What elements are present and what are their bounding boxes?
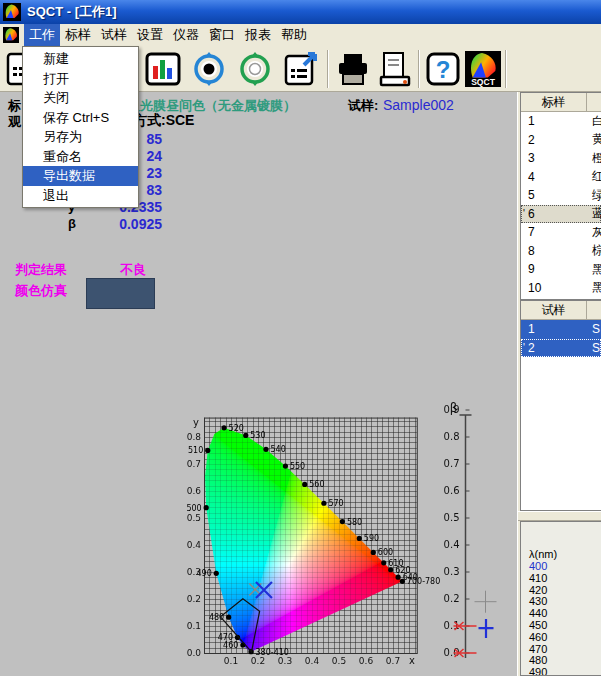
dropdown-menu-item[interactable]: 退出 bbox=[23, 186, 138, 206]
sqct-window: SQCT - [工作1] 工作标样试样设置仪器窗口报表帮助 bbox=[0, 0, 601, 676]
sample-row-name: S bbox=[592, 322, 600, 336]
menu-bar: 工作标样试样设置仪器窗口报表帮助 bbox=[0, 24, 601, 46]
print-preview-button[interactable] bbox=[374, 50, 416, 88]
beta-value-label: β bbox=[68, 216, 76, 231]
value-number: 0.0925 bbox=[42, 216, 162, 232]
standard-row-name: 绿 bbox=[592, 187, 601, 204]
standard-row-number: 2 bbox=[528, 133, 587, 147]
wavelength-section: λ(nm) 400410420430440450460470480490 bbox=[520, 521, 601, 676]
standard-row-number: 10 bbox=[528, 281, 587, 295]
app-logo-icon bbox=[3, 3, 21, 21]
sample-column-header[interactable]: 试样 bbox=[521, 301, 587, 319]
wavelength-value: 450 bbox=[529, 620, 547, 632]
svg-text:?: ? bbox=[436, 56, 451, 83]
menu-item[interactable]: 仪器 bbox=[168, 24, 204, 46]
menu-item[interactable]: 试样 bbox=[96, 24, 132, 46]
standard-row-name: 灰 bbox=[592, 224, 601, 241]
sample-rows: 1 S ' 2 S bbox=[521, 320, 601, 357]
standard-row[interactable]: 3 橙 bbox=[521, 149, 601, 168]
chart-view-button[interactable] bbox=[142, 50, 184, 88]
help-icon: ? bbox=[424, 51, 462, 87]
panel-splitter[interactable] bbox=[518, 511, 601, 521]
dropdown-menu-item[interactable]: 保存 Ctrl+S bbox=[23, 108, 138, 128]
sample-row-name: S bbox=[592, 341, 600, 355]
standard-row[interactable]: 10 黑 bbox=[521, 279, 601, 298]
observe-row-clipped-label: 观 bbox=[8, 113, 21, 131]
standard-list-section: 标样 1 白 2 黄 bbox=[520, 92, 601, 300]
standard-target-icon bbox=[190, 51, 228, 87]
report-export-icon bbox=[282, 51, 320, 87]
bar-chart-icon bbox=[144, 51, 182, 87]
wavelength-value: 460 bbox=[529, 632, 547, 644]
standard-row[interactable]: 8 棕 bbox=[521, 242, 601, 261]
standard-row-name: 白 bbox=[592, 113, 601, 130]
wavelength-header: λ(nm) bbox=[529, 548, 557, 560]
standard-measure-button[interactable] bbox=[188, 50, 230, 88]
standard-row-number: 6 bbox=[528, 207, 587, 221]
sample-label: 试样: bbox=[348, 97, 378, 115]
dropdown-menu-item[interactable]: 新建 bbox=[23, 49, 138, 69]
standard-row-number: 5 bbox=[528, 188, 587, 202]
dropdown-menu-item[interactable]: 导出数据 bbox=[23, 166, 138, 186]
sample-row[interactable]: 1 S bbox=[521, 320, 601, 339]
menu-item[interactable]: 报表 bbox=[240, 24, 276, 46]
current-row-marker: ' bbox=[521, 208, 528, 219]
standard-row-number: 1 bbox=[528, 114, 587, 128]
sample-list-header: 试样 bbox=[521, 301, 601, 320]
sample-list-section: 试样 1 S ' 2 S bbox=[520, 300, 601, 511]
menu-item[interactable]: 工作 bbox=[24, 24, 60, 46]
standard-row[interactable]: 7 灰 bbox=[521, 223, 601, 242]
standard-row-name: 黑 bbox=[592, 261, 601, 278]
dropdown-menu-item[interactable]: 另存为 bbox=[23, 127, 138, 147]
work-menu-dropdown: 新建打开关闭保存 Ctrl+S另存为重命名导出数据退出 bbox=[22, 46, 139, 208]
current-row-marker: ' bbox=[521, 342, 528, 353]
standard-row-name: 棕 bbox=[592, 242, 601, 259]
menu-item[interactable]: 设置 bbox=[132, 24, 168, 46]
standard-row[interactable]: 2 黄 bbox=[521, 131, 601, 150]
svg-text:SQCT: SQCT bbox=[471, 77, 495, 87]
dropdown-menu-item[interactable]: 关闭 bbox=[23, 88, 138, 108]
title-bar[interactable]: SQCT - [工作1] bbox=[0, 0, 601, 24]
print-button[interactable] bbox=[332, 50, 374, 88]
sample-target-icon bbox=[236, 51, 274, 87]
standard-row-number: 3 bbox=[528, 151, 587, 165]
print-icon bbox=[334, 51, 372, 87]
sample-measure-button[interactable] bbox=[234, 50, 276, 88]
standard-row-number: 9 bbox=[528, 262, 587, 276]
child-window-icon[interactable] bbox=[3, 27, 19, 43]
help-button[interactable]: ? bbox=[422, 50, 464, 88]
judge-result-label: 判定结果 bbox=[15, 261, 67, 279]
about-sqct-button[interactable]: SQCT bbox=[462, 50, 504, 88]
standard-row[interactable]: 4 红 bbox=[521, 168, 601, 187]
standard-column-header[interactable]: 标样 bbox=[521, 93, 587, 111]
standard-row[interactable]: 5 绿 bbox=[521, 186, 601, 205]
sample-row-number: 1 bbox=[528, 322, 587, 336]
menu-item[interactable]: 标样 bbox=[60, 24, 96, 46]
sample-row-number: 2 bbox=[528, 341, 587, 355]
sample-row[interactable]: ' 2 S bbox=[521, 339, 601, 358]
dropdown-menu-item[interactable]: 重命名 bbox=[23, 147, 138, 167]
chromaticity-diagram bbox=[185, 400, 517, 676]
standard-row-number: 8 bbox=[528, 244, 587, 258]
measure-mode: 方式:SCE bbox=[133, 112, 194, 130]
toolbar-separator bbox=[327, 50, 329, 88]
color-simulation-label: 颜色仿真 bbox=[15, 282, 67, 300]
standard-row-number: 7 bbox=[528, 225, 587, 239]
menu-items: 工作标样试样设置仪器窗口报表帮助 bbox=[24, 24, 312, 46]
standard-row[interactable]: 1 白 bbox=[521, 112, 601, 131]
toolbar-separator bbox=[418, 50, 420, 88]
standard-row-number: 4 bbox=[528, 170, 587, 184]
menu-item[interactable]: 帮助 bbox=[276, 24, 312, 46]
dropdown-menu-item[interactable]: 打开 bbox=[23, 69, 138, 89]
right-panel: 标样 1 白 2 黄 bbox=[517, 92, 601, 676]
judge-result-value: 不良 bbox=[120, 261, 146, 279]
wavelength-values: 400410420430440450460470480490 bbox=[529, 561, 547, 676]
standard-row-name: 黑 bbox=[592, 279, 601, 296]
menu-item[interactable]: 窗口 bbox=[204, 24, 240, 46]
standard-row[interactable]: ' 6 蓝 bbox=[521, 205, 601, 224]
report-export-button[interactable] bbox=[280, 50, 322, 88]
standard-row-name: 红 bbox=[592, 168, 601, 185]
standard-row[interactable]: 9 黑 bbox=[521, 260, 601, 279]
window-title: SQCT - [工作1] bbox=[27, 3, 117, 21]
standard-row-name: 橙 bbox=[592, 150, 601, 167]
